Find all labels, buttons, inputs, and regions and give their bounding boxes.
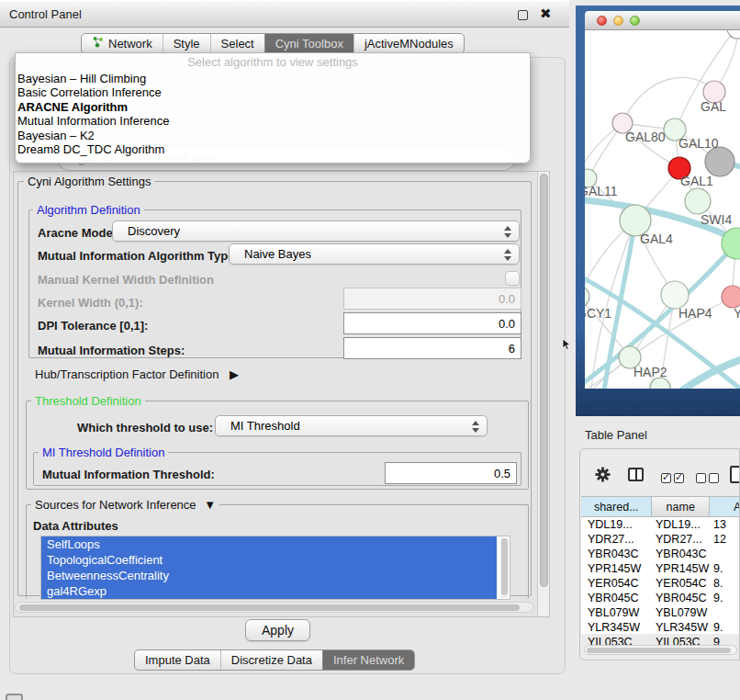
table-cell: YBR045C — [581, 591, 653, 605]
list-scrollbar-thumb[interactable] — [501, 538, 508, 595]
data-attributes-list[interactable]: SelfLoopsTopologicalCoefficientBetweenne… — [40, 536, 510, 600]
close-traffic-light-icon[interactable] — [597, 16, 607, 26]
table-row[interactable]: YPR145WYPR145W9. — [581, 561, 740, 576]
expand-right-icon: ▶ — [230, 367, 239, 381]
network-node-gal1[interactable] — [685, 188, 711, 214]
table-row[interactable]: YBL079WYBL079W — [581, 605, 740, 620]
table-cell: YPR145W — [581, 561, 653, 576]
node-label-gal11: GAL11 — [585, 184, 618, 198]
tab-discretize-data[interactable]: Discretize Data — [220, 650, 322, 670]
network-node-y[interactable] — [722, 286, 740, 308]
list-scrollbar[interactable] — [500, 537, 509, 598]
table-row[interactable]: YLR345WYLR345W9. — [581, 620, 740, 635]
table-cell — [711, 547, 740, 561]
table-scrollbar-thumb[interactable] — [587, 648, 731, 653]
network-node-hap4[interactable] — [661, 281, 689, 309]
attribute-item-selfloops[interactable]: SelfLoops — [41, 536, 497, 552]
table-cell: 9. — [711, 561, 740, 576]
column-header-shared-[interactable]: shared... — [581, 497, 652, 516]
deselect-all-columns-icon[interactable] — [696, 470, 722, 487]
table-row[interactable]: YDR27...YDR27...12 — [581, 532, 740, 547]
tab-select[interactable]: Select — [210, 34, 264, 53]
zoom-traffic-light-icon[interactable] — [630, 16, 640, 26]
vertical-scrollbar-thumb[interactable] — [540, 174, 548, 587]
algorithm-option-mutual-information-inference[interactable]: Mutual Information Inference — [16, 114, 530, 128]
aracne-mode-select[interactable]: Discovery — [112, 220, 520, 242]
tab-jactivemnodules[interactable]: jActiveMNodules — [353, 34, 464, 53]
tab-impute-data[interactable]: Impute Data — [135, 650, 220, 670]
manual-kernel-label: Manual Kernel Width Definition — [38, 273, 214, 287]
table-cell: YER054C — [653, 576, 711, 591]
table-cell: YLR345W — [581, 620, 653, 635]
select-all-columns-icon[interactable]: ✓✓ — [661, 470, 687, 487]
mi-type-select[interactable]: Naive Bayes — [229, 243, 520, 265]
table-cell: YBR045C — [653, 591, 711, 605]
node-table: shared...nameA YDL19...YDL19...13YDR27..… — [581, 496, 740, 634]
float-window-icon[interactable] — [518, 10, 528, 20]
attribute-item-topologicalcoefficient[interactable]: TopologicalCoefficient — [41, 552, 497, 568]
algorithm-option-aracne-algorithm[interactable]: ARACNE Algorithm — [16, 100, 530, 114]
close-icon[interactable]: ✖ — [540, 6, 552, 22]
table-row[interactable]: YDL19...YDL19...13 — [581, 517, 740, 532]
algorithm-option-dream8-dc-tdc-algorithm[interactable]: Dream8 DC_TDC Algorithm — [16, 142, 530, 156]
mi-steps-label: Mutual Information Steps: — [38, 344, 185, 357]
mi-threshold-group-label: MI Threshold Definition — [39, 446, 168, 459]
algorithm-dropdown-popup: Select algorithm to view settings Bayesi… — [15, 52, 531, 164]
table-cell: YDL19... — [653, 517, 711, 532]
horizontal-scrollbar[interactable] — [15, 602, 534, 613]
mi-steps-field[interactable] — [343, 337, 521, 359]
node-label-hap4: HAP4 — [678, 306, 712, 321]
table-cell: 9. — [711, 620, 740, 635]
table-cell: YDR27... — [581, 532, 653, 547]
node-label-swi4: SWI4 — [701, 212, 732, 227]
node-label-gal: GAL — [701, 99, 726, 114]
kernel-width-field[interactable] — [343, 288, 521, 310]
sources-group-label[interactable]: Sources for Network Inference ▼ — [31, 498, 219, 512]
algorithm-option-bayesian-k2[interactable]: Bayesian – K2 — [16, 129, 530, 142]
table-cell: YDR27... — [653, 532, 711, 547]
tab-infer-network[interactable]: Infer Network — [322, 650, 414, 670]
network-canvas[interactable]: GALGAL80GAL10GAL1GAL11GAL4SWI4GCY1HAP4YH… — [585, 30, 740, 389]
collapsed-panel-icon[interactable] — [6, 694, 23, 700]
node-label-gal10: GAL10 — [678, 136, 719, 151]
control-panel-titlebar: Control Panel ✖ — [0, 0, 569, 28]
network-node[interactable] — [705, 147, 734, 176]
table-cell: YBR043C — [653, 547, 711, 561]
column-header-a[interactable]: A — [710, 497, 740, 516]
tab-cyni-toolbox[interactable]: Cyni Toolbox — [264, 34, 353, 53]
kernel-width-label: Kernel Width (0,1): — [38, 296, 143, 310]
attribute-item-gal4rgexp[interactable]: gal4RGexp — [41, 583, 497, 599]
network-window-titlebar — [585, 11, 740, 30]
attribute-item-betweennesscentrality[interactable]: BetweennessCentrality — [41, 568, 497, 583]
hub-definition-expander[interactable]: Hub/Transcription Factor Definition ▶ — [35, 367, 239, 381]
tab-style[interactable]: Style — [163, 34, 210, 53]
table-cell: 13 — [711, 517, 740, 532]
table-cell: YBL079W — [653, 605, 711, 620]
table-horizontal-scrollbar[interactable] — [584, 645, 737, 655]
horizontal-scrollbar-thumb[interactable] — [19, 604, 520, 611]
gear-icon[interactable] — [594, 466, 611, 487]
new-table-icon[interactable] — [730, 466, 740, 483]
control-panel-title: Control Panel — [9, 7, 82, 21]
dpi-tolerance-field[interactable] — [343, 312, 521, 334]
table-row[interactable]: YBR043CYBR043C — [581, 547, 740, 561]
table-row[interactable]: YBR045CYBR045C9. — [581, 591, 740, 605]
mi-threshold-field[interactable] — [385, 462, 517, 484]
table-cell: YDL19... — [581, 517, 653, 532]
mi-type-label: Mutual Information Algorithm Type: — [38, 249, 239, 263]
vertical-scrollbar[interactable] — [537, 172, 549, 616]
tab-network[interactable]: Network — [82, 34, 163, 53]
table-cell: YLR345W — [653, 620, 711, 635]
node-label-gal1: GAL1 — [680, 174, 713, 188]
split-columns-icon[interactable] — [628, 468, 644, 481]
table-panel: ✓✓ shared...nameA YDL19...YDL19...13YDR2… — [579, 448, 740, 660]
table-row[interactable]: YER054CYER054C8. — [581, 576, 740, 591]
column-header-name[interactable]: name — [652, 497, 710, 516]
algorithm-option-basic-correlation-inference[interactable]: Basic Correlation Inference — [16, 85, 530, 99]
algorithm-option-bayesian-hill-climbing[interactable]: Bayesian – Hill Climbing — [16, 72, 530, 85]
minimize-traffic-light-icon[interactable] — [613, 16, 623, 26]
which-threshold-select[interactable]: MI Threshold — [215, 415, 488, 436]
network-node-gcy1[interactable] — [585, 286, 589, 308]
apply-button[interactable]: Apply — [245, 619, 310, 641]
manual-kernel-checkbox[interactable] — [505, 271, 520, 286]
